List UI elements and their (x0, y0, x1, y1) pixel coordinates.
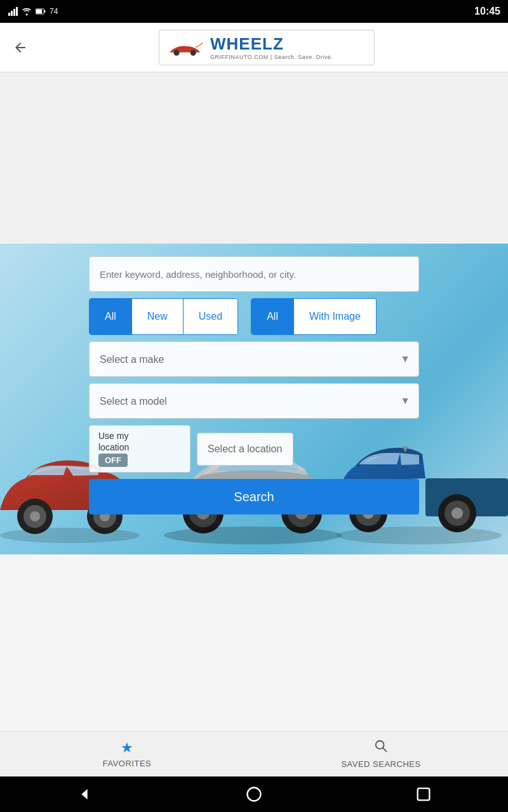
bottom-nav: ★ FAVORITES SAVED SEARCHES (0, 731, 508, 776)
filter-with-image-btn[interactable]: With Image (294, 299, 376, 334)
favorites-label: FAVORITES (103, 759, 152, 768)
svg-point-8 (190, 49, 196, 55)
status-time: 10:45 (474, 6, 500, 17)
logo-area: WHEELZ GRIFFINAUTO.COM | Search. Save. D… (33, 30, 500, 65)
svg-rect-0 (8, 13, 10, 16)
svg-point-36 (247, 788, 260, 801)
svg-point-15 (0, 528, 140, 543)
model-select[interactable]: Select a model (89, 383, 419, 419)
back-button[interactable] (8, 35, 33, 60)
system-home-icon (245, 785, 263, 803)
use-location-label-line1: Use my (98, 431, 128, 441)
system-home-button[interactable] (238, 783, 270, 806)
system-nav (0, 776, 508, 812)
back-icon (13, 40, 28, 55)
logo-car-graphic (167, 34, 205, 62)
status-icons-left: 74 (8, 6, 58, 16)
svg-point-22 (451, 508, 463, 519)
filter-new-btn[interactable]: New (132, 299, 184, 334)
svg-point-23 (337, 527, 502, 544)
search-button[interactable]: Search (89, 479, 419, 514)
logo-container: WHEELZ GRIFFINAUTO.COM | Search. Save. D… (159, 30, 375, 65)
favorites-star-icon: ★ (121, 740, 133, 756)
system-recent-icon (415, 785, 432, 803)
wifi-icon (22, 6, 32, 16)
image-filter-group: All With Image (251, 298, 377, 335)
status-time-area: 10:45 (474, 6, 500, 17)
model-select-wrapper: Select a model ▼ (89, 383, 419, 419)
logo-text-area: WHEELZ GRIFFINAUTO.COM | Search. Save. D… (210, 34, 333, 60)
svg-point-33 (376, 741, 384, 749)
svg-rect-5 (44, 10, 45, 13)
location-select[interactable]: Select a location (197, 433, 293, 466)
location-chevron-icon: ▼ (400, 443, 410, 455)
saved-searches-icon (374, 739, 388, 757)
location-row: Use my location OFF Select a location ▼ (89, 425, 419, 473)
filter-all-image-btn[interactable]: All (251, 299, 294, 334)
filter-used-btn[interactable]: Used (184, 299, 237, 334)
svg-point-32 (164, 527, 342, 544)
use-location-label-line2: location (98, 442, 129, 452)
svg-point-7 (174, 49, 180, 55)
keyword-input[interactable] (89, 256, 419, 292)
ad-space (0, 72, 508, 244)
make-select-wrapper: Select a make ▼ (89, 341, 419, 377)
system-recent-button[interactable] (408, 783, 439, 806)
hero-section: All New Used All With Image Select a mak… (0, 244, 508, 554)
condition-filter-group: All New Used (89, 298, 238, 335)
logo-main-text: WHEELZ (210, 34, 333, 54)
svg-rect-37 (417, 789, 429, 801)
svg-marker-35 (82, 789, 88, 799)
svg-line-34 (383, 748, 387, 752)
filter-row: All New Used All With Image (89, 298, 419, 335)
logo-sub-text: GRIFFINAUTO.COM | Search. Save. Drive. (210, 54, 333, 60)
svg-rect-1 (11, 11, 13, 16)
top-bar: WHEELZ GRIFFINAUTO.COM | Search. Save. D… (0, 23, 508, 72)
location-toggle[interactable]: OFF (98, 454, 128, 467)
system-back-button[interactable] (69, 783, 100, 806)
status-bar: 74 10:45 (0, 0, 508, 23)
location-select-wrapper: Select a location ▼ (197, 433, 419, 466)
battery-percent: 74 (50, 7, 58, 16)
battery-icon (36, 6, 46, 16)
use-location-box: Use my location OFF (89, 425, 190, 473)
svg-rect-6 (36, 10, 42, 14)
signal-icon (8, 6, 18, 16)
favorites-nav-item[interactable]: ★ FAVORITES (0, 731, 254, 776)
make-select[interactable]: Select a make (89, 341, 419, 377)
svg-rect-2 (13, 9, 15, 16)
saved-searches-nav-item[interactable]: SAVED SEARCHES (254, 731, 508, 776)
search-form: All New Used All With Image Select a mak… (89, 256, 419, 514)
svg-point-11 (30, 511, 40, 521)
filter-all-btn[interactable]: All (90, 299, 132, 334)
system-back-icon (76, 785, 93, 803)
content-area (0, 554, 508, 756)
saved-searches-label: SAVED SEARCHES (341, 759, 420, 769)
svg-rect-3 (16, 7, 18, 16)
